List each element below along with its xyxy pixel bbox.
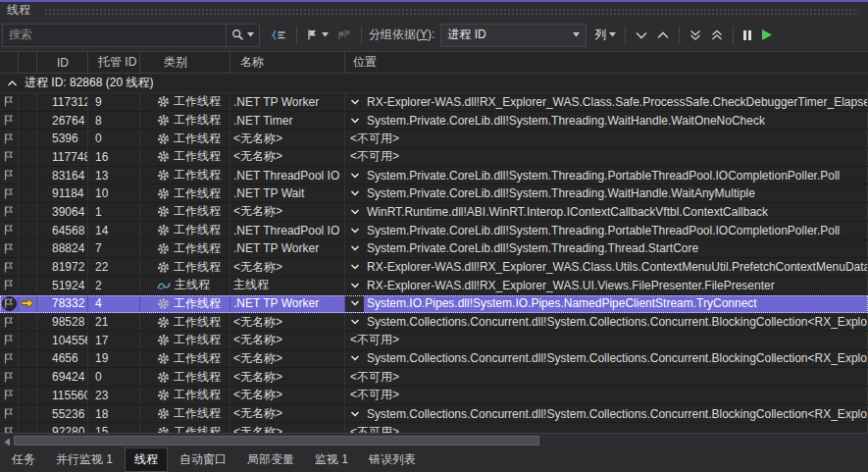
bottom-tab[interactable]: 错误列表: [360, 448, 425, 471]
expand-stack-button[interactable]: [345, 93, 364, 111]
thread-id-cell: 81972: [37, 258, 88, 276]
current-indicator-cell: [19, 112, 37, 130]
titlebar-drag-grip[interactable]: [44, 8, 858, 15]
expand-stack-button[interactable]: [345, 203, 364, 221]
gear-icon: [157, 371, 170, 384]
chevron-down-icon: [573, 32, 580, 37]
expand-stack-button[interactable]: [345, 313, 364, 331]
search-input[interactable]: 搜索: [2, 24, 260, 47]
expand-stack-button[interactable]: [345, 258, 364, 276]
expand-stack-button[interactable]: [345, 240, 364, 258]
flag-column-header[interactable]: [0, 52, 19, 73]
continue-button[interactable]: [756, 24, 777, 47]
pause-icon: [742, 29, 752, 41]
search-placeholder: 搜索: [3, 26, 226, 43]
flag-cell[interactable]: [0, 405, 19, 423]
expand-stack-button[interactable]: [345, 277, 364, 294]
flag-cell[interactable]: [0, 368, 19, 386]
flag-cell[interactable]: [0, 148, 19, 166]
bottom-tab[interactable]: 自动窗口: [171, 448, 235, 471]
pause-button[interactable]: [739, 24, 756, 47]
expand-stack-button[interactable]: [345, 222, 364, 239]
process-group-row[interactable]: 进程 ID: 82868 (20 线程): [0, 74, 868, 93]
thread-row[interactable]: 519242主线程主线程RX-Explorer-WAS.dll!RX_Explo…: [0, 277, 868, 295]
expand-stack-button[interactable]: [345, 184, 364, 202]
columns-button[interactable]: 列: [590, 24, 620, 47]
collapse-chevron-icon[interactable]: [7, 79, 18, 87]
thread-row[interactable]: 11556023工作线程<无名称><不可用>: [0, 387, 868, 405]
location-cell: System.Collections.Concurrent.dll!System…: [345, 350, 868, 368]
name-column-header[interactable]: 名称: [230, 52, 345, 73]
thread-row[interactable]: 8197222工作线程<无名称>RX-Explorer-WAS.dll!RX_E…: [0, 258, 868, 277]
flag-cell[interactable]: [0, 313, 19, 331]
expand-stack-button[interactable]: [345, 167, 364, 184]
thread-row[interactable]: 694240工作线程<无名称><不可用>: [0, 368, 868, 387]
move-to-top-button[interactable]: [706, 24, 728, 47]
managed-id-column-header[interactable]: 托管 ID: [88, 52, 140, 73]
thread-row[interactable]: 783324工作线程.NET TP WorkerSystem.IO.Pipes.…: [0, 295, 868, 314]
scroll-left-arrow-icon[interactable]: [3, 438, 11, 446]
thread-row[interactable]: 888247工作线程.NET TP WorkerSystem.Private.C…: [0, 240, 868, 259]
flag-cell[interactable]: [0, 93, 19, 111]
id-column-header[interactable]: ID: [37, 52, 88, 73]
location-text: RX-Explorer-WAS.dll!RX_Explorer_WAS.UI.V…: [367, 279, 775, 292]
flag-cell[interactable]: [0, 423, 19, 433]
bottom-tab[interactable]: 任务: [3, 448, 44, 471]
thread-row[interactable]: 5523618工作线程<无名称>System.Collections.Concu…: [0, 405, 868, 424]
thread-row[interactable]: 9118410工作线程.NET TP WaitSystem.Private.Co…: [0, 184, 868, 203]
thread-row[interactable]: 390641工作线程<无名称>WinRT.Runtime.dll!ABI.Win…: [0, 203, 868, 222]
flag-cell[interactable]: [0, 222, 19, 239]
move-to-bottom-button[interactable]: [685, 24, 706, 47]
step-into-frame-button[interactable]: [631, 24, 652, 47]
bottom-tab[interactable]: 线程: [125, 447, 168, 472]
thread-row[interactable]: 10455617工作线程<无名称><不可用>: [0, 332, 868, 350]
thread-row[interactable]: 267648工作线程.NET TimerSystem.Private.CoreL…: [0, 112, 868, 131]
expand-stack-button[interactable]: [345, 112, 364, 130]
expand-stack-button[interactable]: [345, 350, 364, 368]
expand-stack-button[interactable]: [345, 295, 364, 313]
thread-row[interactable]: 1173129工作线程.NET TP WorkerRX-Explorer-WAS…: [0, 93, 868, 112]
toolbar-separator: [296, 26, 297, 44]
thread-row[interactable]: 9852821工作线程<无名称>System.Collections.Concu…: [0, 313, 868, 332]
flag-cell[interactable]: [0, 112, 19, 130]
show-flagged-only-button[interactable]: [332, 24, 356, 47]
expand-stack-button[interactable]: [345, 405, 364, 423]
flag-cell[interactable]: [0, 240, 19, 258]
flag-cell[interactable]: [0, 387, 19, 404]
managed-id-cell: 7: [88, 240, 140, 258]
gear-icon: [157, 132, 170, 145]
bottom-tab[interactable]: 并行监视 1: [47, 448, 122, 471]
location-column-header[interactable]: 位置: [345, 52, 868, 73]
current-column-header[interactable]: [19, 52, 37, 73]
group-by-value: 进程 ID: [441, 26, 485, 43]
horizontal-scrollbar[interactable]: [0, 433, 868, 447]
thread-name-cell: <无名称>: [230, 258, 345, 276]
group-by-dropdown[interactable]: 进程 ID: [440, 24, 587, 47]
bottom-tab[interactable]: 局部变量: [238, 448, 303, 471]
thread-row[interactable]: 6456814工作线程.NET ThreadPool IOSystem.Priv…: [0, 222, 868, 240]
thread-row[interactable]: 465619工作线程<无名称>System.Collections.Concur…: [0, 350, 868, 369]
flag-cell[interactable]: [0, 295, 19, 313]
flag-cell[interactable]: [0, 167, 19, 184]
managed-id-cell: 8: [88, 112, 140, 130]
bottom-tab[interactable]: 监视 1: [306, 448, 357, 471]
callstack-view-button[interactable]: [267, 24, 291, 47]
flag-cell[interactable]: [0, 184, 19, 202]
step-out-frame-button[interactable]: [652, 24, 674, 47]
toolbar-separator: [361, 26, 362, 44]
flag-filter-button[interactable]: [302, 24, 332, 47]
flag-cell[interactable]: [0, 130, 19, 147]
location-cell: System.Private.CoreLib.dll!System.Thread…: [345, 222, 868, 239]
thread-row[interactable]: 9228015工作线程<无名称><不可用>: [0, 423, 868, 433]
thread-row[interactable]: 8316413工作线程.NET ThreadPool IOSystem.Priv…: [0, 167, 868, 185]
category-column-header[interactable]: 类别: [140, 52, 230, 73]
horizontal-scrollbar-thumb[interactable]: [14, 436, 539, 446]
thread-row[interactable]: 53960工作线程<无名称><不可用>: [0, 130, 868, 148]
flag-cell[interactable]: [0, 203, 19, 221]
thread-row[interactable]: 11774816工作线程<无名称><不可用>: [0, 148, 868, 167]
flag-cell[interactable]: [0, 258, 19, 276]
search-button[interactable]: [226, 25, 259, 46]
flag-cell[interactable]: [0, 350, 19, 368]
flag-cell[interactable]: [0, 332, 19, 349]
flag-cell[interactable]: [0, 277, 19, 294]
